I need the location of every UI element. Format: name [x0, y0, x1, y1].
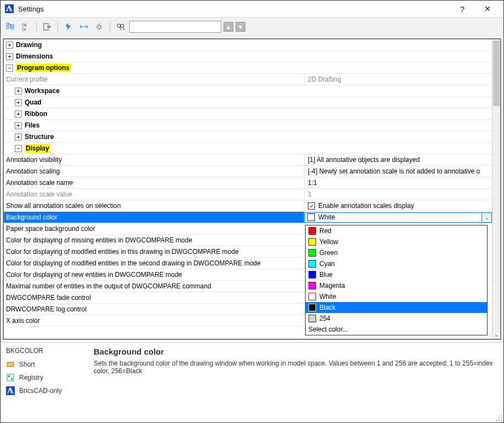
setting-value: 1 [308, 190, 312, 198]
color-option-white[interactable]: White [306, 291, 487, 302]
color-label: Green [319, 249, 337, 257]
setting-value: [1] All annotative objects are displayed [308, 156, 420, 164]
chevron-down-icon[interactable]: ⌄ [482, 213, 491, 222]
color-label: Select color... [308, 326, 348, 333]
gear-icon[interactable] [93, 20, 106, 33]
find-next-button[interactable]: ▼ [236, 22, 245, 32]
color-option-green[interactable]: Green [306, 247, 487, 258]
scrollbar-thumb[interactable] [493, 40, 500, 106]
setting-label: Color for displaying of modified entitie… [6, 248, 239, 256]
info-pane: BKGCOLOR Short Registry BricsCAD-only Ba… [1, 342, 503, 422]
setting-label: Background color [6, 213, 57, 221]
setting-label: Maximal number of entities in the output… [6, 282, 211, 290]
setting-label: DWGCOMPARE fade control [6, 294, 91, 302]
color-option-select[interactable]: Select color... [306, 324, 487, 335]
expand-icon[interactable]: + [15, 88, 22, 95]
color-swatch-icon [308, 315, 316, 322]
color-option-magenta[interactable]: Magenta [306, 280, 487, 291]
setting-label: Color for displaying of modified entitie… [6, 259, 261, 267]
resize-grip-icon[interactable] [496, 415, 502, 421]
color-label: Blue [319, 271, 333, 279]
svg-point-9 [121, 24, 124, 27]
find-prev-button[interactable]: ▲ [224, 22, 233, 32]
svg-point-8 [117, 24, 121, 27]
color-option-blue[interactable]: Blue [306, 269, 487, 280]
variable-name: BKGCOLOR [6, 347, 94, 355]
setting-row-background-color[interactable]: Background color White ⌄ [4, 212, 492, 223]
setting-label: Color for displaying of missing entities… [6, 236, 192, 244]
tree-node-ribbon[interactable]: + Ribbon [4, 108, 492, 120]
az-sort-icon[interactable]: ▯A▯z [19, 20, 32, 33]
expand-icon[interactable]: + [6, 42, 13, 49]
close-button[interactable]: ✕ [475, 1, 500, 18]
node-label: Workspace [25, 87, 60, 95]
setting-row[interactable]: Annotation scale name 1:1 [4, 177, 492, 189]
color-value: White [318, 213, 482, 221]
tree-node-structure[interactable]: + Structure [4, 131, 492, 143]
collapse-icon[interactable]: − [6, 65, 13, 72]
tree-view-icon[interactable] [4, 20, 17, 33]
current-profile-row: Current profile 2D Drafting [4, 74, 492, 85]
tree-node-display[interactable]: − Display [4, 143, 492, 154]
expand-icon[interactable]: + [15, 134, 22, 141]
color-option-red[interactable]: Red [306, 225, 487, 236]
short-int-icon [6, 360, 15, 369]
svg-text:▯z: ▯z [22, 27, 26, 31]
tag-short: Short [6, 360, 94, 369]
setting-label: X axis color [6, 317, 40, 325]
expand-icon[interactable]: + [15, 122, 22, 129]
settings-tree: + Drawing + Dimensions − Program options… [3, 38, 492, 340]
setting-label: Annotation scale name [6, 179, 73, 187]
tree-node-program-options[interactable]: − Program options [4, 62, 492, 74]
node-label: Display [25, 144, 50, 153]
expand-icon[interactable]: + [15, 99, 22, 106]
color-dropdown[interactable]: White ⌄ [305, 212, 492, 223]
toolbar-separator [110, 21, 110, 32]
checkbox-icon[interactable] [308, 202, 315, 210]
tree-node-quad[interactable]: + Quad [4, 97, 492, 108]
color-option-254[interactable]: 254 [306, 313, 487, 324]
profile-value: 2D Drafting [308, 76, 341, 83]
help-button[interactable]: ? [450, 1, 475, 18]
color-dropdown-list[interactable]: Red Yellow Green Cyan Blue Magenta White… [305, 225, 488, 335]
search-input[interactable] [129, 21, 221, 33]
setting-label: Paper space background color [6, 225, 95, 233]
color-label: White [319, 293, 336, 300]
tree-node-dimensions[interactable]: + Dimensions [4, 51, 492, 62]
bolt-icon[interactable] [62, 20, 75, 33]
find-icon[interactable] [114, 20, 127, 33]
collapse-icon[interactable]: − [15, 145, 22, 152]
svg-rect-12 [8, 375, 10, 377]
tree-node-drawing[interactable]: + Drawing [4, 39, 492, 51]
setting-label: DRWCOMPARE log control [6, 305, 87, 313]
svg-point-15 [499, 418, 500, 419]
toolbar-separator [36, 21, 37, 32]
svg-point-18 [499, 420, 500, 421]
setting-row[interactable]: Annotation scaling [-4] Newly set annota… [4, 166, 492, 177]
vertical-scrollbar[interactable]: ⌄ [492, 38, 501, 340]
expand-icon[interactable]: + [6, 53, 13, 60]
node-label: Drawing [16, 41, 42, 49]
window-title: Settings [18, 5, 44, 13]
tree-node-files[interactable]: + Files [4, 120, 492, 131]
setting-label: Show all annotation scales on selection [6, 202, 121, 210]
tree-node-workspace[interactable]: + Workspace [4, 85, 492, 97]
svg-rect-13 [11, 378, 13, 380]
tag-registry: Registry [6, 373, 94, 382]
dimension-icon[interactable] [77, 20, 90, 33]
setting-row[interactable]: Show all annotation scales on selection … [4, 200, 492, 212]
export-icon[interactable] [41, 20, 54, 33]
setting-row[interactable]: Annotation visibility [1] All annotative… [4, 154, 492, 166]
color-option-yellow[interactable]: Yellow [306, 236, 487, 247]
main-pane: + Drawing + Dimensions − Program options… [1, 36, 503, 342]
setting-label: Annotation scaling [6, 167, 60, 175]
color-label: Cyan [319, 260, 335, 268]
chevron-down-icon[interactable]: ⌄ [492, 332, 500, 338]
expand-icon[interactable]: + [15, 111, 22, 118]
color-option-cyan[interactable]: Cyan [306, 258, 487, 269]
profile-label: Current profile [6, 76, 48, 83]
color-label: Yellow [319, 238, 338, 246]
color-swatch-icon [308, 227, 316, 235]
color-option-black[interactable]: Black [306, 302, 487, 313]
checkbox-label: Enable annotation scales display [318, 202, 414, 210]
